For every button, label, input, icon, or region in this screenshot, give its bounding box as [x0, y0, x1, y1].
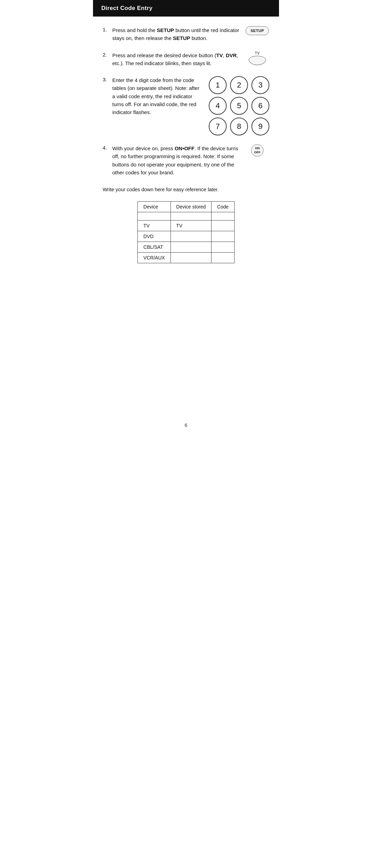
step-2-text: Press and release the desired device but… — [112, 51, 240, 68]
stored-dvd — [170, 231, 211, 242]
page: Direct Code Entry 1. Press and hold the … — [93, 0, 279, 434]
numpad-btn-6: 6 — [251, 97, 269, 115]
empty-stored — [170, 212, 211, 220]
step-1-text: Press and hold the SETUP button until th… — [112, 26, 240, 42]
table-row: CBL/SAT — [138, 242, 234, 252]
device-cblsat: CBL/SAT — [138, 242, 170, 252]
step-3: 3. Enter the 4 digit code from the code … — [103, 76, 269, 135]
page-number: 6 — [185, 422, 187, 428]
numpad-btn-3: 3 — [251, 76, 269, 94]
device-vcraux: VCR/AUX — [138, 252, 170, 263]
device-dvd: DVD — [138, 231, 170, 242]
tv-button-icon: TV — [248, 51, 267, 65]
col-stored: Device stored — [170, 201, 211, 212]
empty-code — [211, 212, 234, 220]
table-header-row: Device Device stored Code — [138, 201, 234, 212]
step-3-text: Enter the 4 digit code from the code tab… — [112, 76, 200, 116]
stored-cblsat — [170, 242, 211, 252]
page-title: Direct Code Entry — [101, 5, 271, 12]
setup-button-icon: SETUP — [246, 26, 269, 35]
code-dvd — [211, 231, 234, 242]
step-1: 1. Press and hold the SETUP button until… — [103, 26, 269, 42]
device-table-wrap: Device Device stored Code TV TV — [103, 201, 269, 263]
table-row: TV TV — [138, 220, 234, 231]
device-tv: TV — [138, 220, 170, 231]
numpad-btn-1: 1 — [209, 76, 227, 94]
onoff-button-icon: ON OFF — [251, 144, 264, 156]
numpad-btn-9: 9 — [251, 118, 269, 135]
numpad-btn-2: 2 — [230, 76, 248, 94]
step-4-text: With your device on, press ON•OFF. If th… — [112, 144, 240, 176]
numpad-btn-4: 4 — [209, 97, 227, 115]
code-tv — [211, 220, 234, 231]
step-2: 2. Press and release the desired device … — [103, 51, 269, 68]
step-4-icon: ON OFF — [245, 144, 269, 156]
numpad: 1 2 3 4 5 6 7 8 9 — [209, 76, 269, 135]
step-3-icon: 1 2 3 4 5 6 7 8 9 — [205, 76, 269, 135]
device-table: Device Device stored Code TV TV — [137, 201, 234, 263]
numpad-btn-7: 7 — [209, 118, 227, 135]
content: 1. Press and hold the SETUP button until… — [93, 26, 279, 263]
table-row: DVD — [138, 231, 234, 242]
col-code: Code — [211, 201, 234, 212]
step-1-icon: SETUP — [245, 26, 269, 35]
stored-tv: TV — [170, 220, 211, 231]
step-3-number: 3. — [103, 76, 112, 82]
write-codes-label: Write your codes down here for easy refe… — [103, 186, 269, 194]
header-bar: Direct Code Entry — [93, 0, 279, 17]
numpad-btn-5: 5 — [230, 97, 248, 115]
stored-vcraux — [170, 252, 211, 263]
table-empty-row — [138, 212, 234, 220]
numpad-btn-8: 8 — [230, 118, 248, 135]
step-4: 4. With your device on, press ON•OFF. If… — [103, 144, 269, 176]
code-vcraux — [211, 252, 234, 263]
col-device: Device — [138, 201, 170, 212]
step-2-icon: TV — [245, 51, 269, 65]
empty-device — [138, 212, 170, 220]
step-1-number: 1. — [103, 26, 112, 32]
step-4-number: 4. — [103, 144, 112, 151]
table-row: VCR/AUX — [138, 252, 234, 263]
tv-shape — [249, 56, 266, 65]
tv-label: TV — [255, 51, 260, 55]
step-2-number: 2. — [103, 51, 112, 58]
code-cblsat — [211, 242, 234, 252]
